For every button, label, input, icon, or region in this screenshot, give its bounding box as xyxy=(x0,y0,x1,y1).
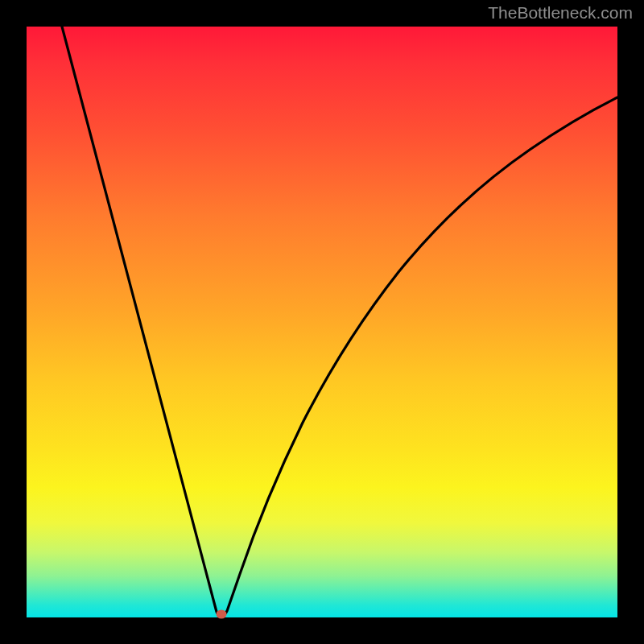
plot-area xyxy=(27,27,617,617)
watermark-text: TheBottleneck.com xyxy=(488,3,633,23)
chart-frame: TheBottleneck.com xyxy=(0,0,644,644)
optimal-point-marker xyxy=(217,610,227,619)
